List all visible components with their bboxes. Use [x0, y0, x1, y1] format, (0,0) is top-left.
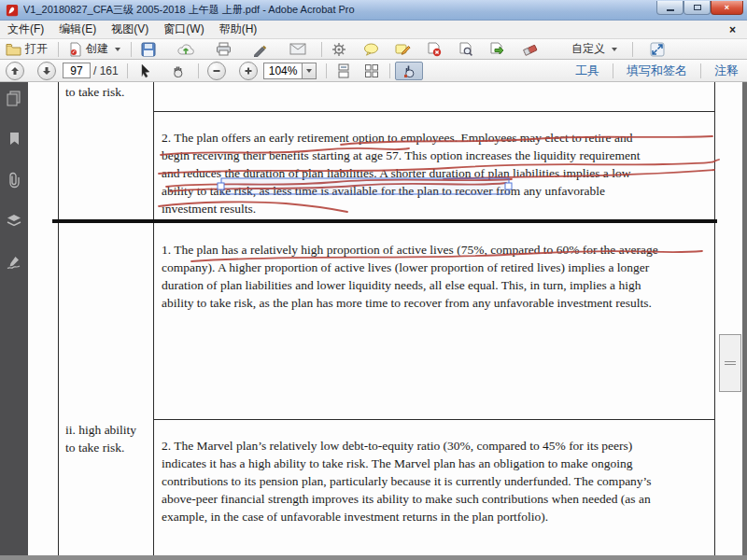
separator — [613, 63, 613, 78]
scroll-page-view-icon — [336, 63, 351, 78]
print-button[interactable] — [211, 40, 235, 59]
zoom-out-button[interactable] — [207, 62, 226, 80]
menu-help[interactable]: 帮助(H) — [212, 20, 265, 39]
create-pdf-icon — [69, 42, 82, 57]
text-line: and reduces the duration of plan liabili… — [162, 164, 641, 182]
close-button[interactable]: × — [711, 1, 743, 15]
menu-file[interactable]: 文件(F) — [0, 20, 51, 39]
select-tool-button[interactable] — [133, 62, 157, 80]
annotate-button[interactable] — [390, 40, 415, 59]
signatures-icon[interactable] — [6, 254, 22, 271]
comment-button[interactable] — [359, 40, 383, 59]
page-number-input[interactable] — [63, 63, 91, 78]
next-page-button[interactable] — [37, 62, 56, 80]
layers-icon[interactable] — [6, 213, 22, 230]
cloud-upload-button[interactable] — [174, 40, 198, 59]
pdf-search-icon — [459, 42, 473, 57]
zoom-level-value: 104% — [264, 64, 303, 77]
cloud-upload-icon — [177, 42, 194, 56]
page-thumbnails-icon[interactable] — [6, 90, 22, 106]
create-button[interactable]: 创建 — [63, 40, 126, 59]
minimize-button[interactable] — [656, 1, 684, 15]
text-line: 2. The Marvel plan’s relatively low debt… — [162, 437, 652, 455]
text-line: begin receiving their benefits starting … — [162, 147, 641, 164]
comment-bubble-icon — [363, 43, 379, 56]
scroll-view-button[interactable] — [331, 62, 356, 80]
separator — [700, 63, 701, 78]
zoom-level-control[interactable]: 104% — [263, 63, 317, 79]
text-line: ability to take risk, as less time is av… — [162, 182, 641, 200]
text-line: investment results. — [162, 200, 641, 217]
text-line: company). A higher proportion of active … — [162, 259, 658, 276]
eraser-icon — [522, 42, 538, 56]
chevron-down-icon — [115, 48, 120, 51]
grid-view-button[interactable] — [359, 62, 384, 80]
text-line: above-peer financial strength improves i… — [162, 490, 652, 508]
menu-edit[interactable]: 编辑(E) — [51, 20, 104, 39]
open-button[interactable]: 打开 — [0, 40, 53, 59]
acrobat-window: V1_20180827_CFA三级 2005-2018 上午题 上册.pdf -… — [0, 0, 747, 560]
left-column-cell-top: to take risk. — [65, 83, 124, 101]
navigation-sidebar — [0, 82, 28, 560]
restore-button[interactable] — [684, 1, 711, 15]
separator — [58, 42, 59, 57]
scrollbar-grip — [725, 364, 736, 365]
window-title: V1_20180827_CFA三级 2005-2018 上午题 上册.pdf -… — [23, 3, 656, 17]
answer-cell-2: 1. The plan has a relatively high propor… — [162, 241, 658, 312]
text-line: 1. The plan has a relatively high propor… — [162, 241, 658, 259]
email-button[interactable] — [286, 40, 310, 59]
pdf-export-button[interactable] — [486, 40, 510, 59]
answer-cell-3: 2. The Marvel plan’s relatively low debt… — [162, 437, 652, 525]
chevron-down-icon — [612, 48, 617, 51]
window-bottom-edge — [0, 555, 747, 560]
customize-button[interactable]: 自定义 — [566, 40, 623, 59]
scrollbar-thumb[interactable] — [719, 334, 741, 392]
text-line: to take risk. — [65, 439, 136, 456]
titlebar: V1_20180827_CFA三级 2005-2018 上午题 上册.pdf -… — [0, 0, 747, 21]
comment-panel-button[interactable]: 注释 — [706, 63, 747, 79]
toolbar-main: 打开 创建 — [0, 39, 747, 60]
save-button[interactable] — [136, 40, 161, 59]
attachments-icon[interactable] — [6, 172, 22, 189]
previous-page-button[interactable] — [6, 62, 24, 80]
pdf-export-icon — [490, 42, 505, 57]
fullscreen-button[interactable] — [645, 40, 669, 59]
sign-button[interactable] — [248, 40, 273, 59]
text-line: ii. high ability — [65, 421, 136, 439]
pdf-search-button[interactable] — [454, 40, 478, 59]
zoom-in-button[interactable] — [239, 62, 258, 80]
separator — [198, 63, 199, 78]
pdf-delete-button[interactable] — [422, 40, 446, 59]
document-close-icon[interactable]: × — [729, 23, 736, 36]
pdf-delete-icon — [428, 42, 442, 57]
hand-tool-button[interactable] — [166, 62, 190, 80]
menu-window[interactable]: 窗口(W) — [156, 20, 211, 39]
pdf-page[interactable]: to take risk. 2. The plan offers an earl… — [28, 82, 742, 560]
fill-sign-panel-button[interactable]: 填写和签名 — [618, 63, 696, 79]
acrobat-logo-icon — [6, 4, 19, 17]
text-line: 2. The plan offers an early retirement o… — [162, 129, 641, 147]
print-icon — [216, 42, 232, 56]
page-total-label: / 161 — [93, 64, 119, 77]
expand-arrows-icon — [650, 42, 665, 57]
eraser-button[interactable] — [517, 40, 542, 59]
bookmarks-icon[interactable] — [6, 131, 22, 147]
separator — [389, 63, 390, 78]
table-row-divider — [153, 419, 715, 420]
settings-button[interactable] — [327, 40, 351, 59]
text-line: contributions to its pension plan, parti… — [162, 472, 652, 490]
pan-hand-icon — [402, 63, 416, 78]
tools-panel-button[interactable]: 工具 — [567, 63, 608, 79]
hand-tool-icon — [171, 63, 186, 78]
minus-icon — [212, 66, 221, 76]
email-icon — [289, 43, 306, 55]
answer-cell-1: 2. The plan offers an early retirement o… — [162, 129, 641, 217]
table-column-divider — [153, 82, 154, 555]
create-label: 创建 — [86, 41, 108, 57]
zoom-dropdown-button[interactable] — [302, 63, 316, 78]
select-cursor-icon — [138, 63, 151, 78]
separator — [131, 42, 132, 57]
separator — [127, 63, 128, 78]
pan-select-button[interactable] — [395, 62, 423, 80]
menu-view[interactable]: 视图(V) — [104, 20, 156, 39]
